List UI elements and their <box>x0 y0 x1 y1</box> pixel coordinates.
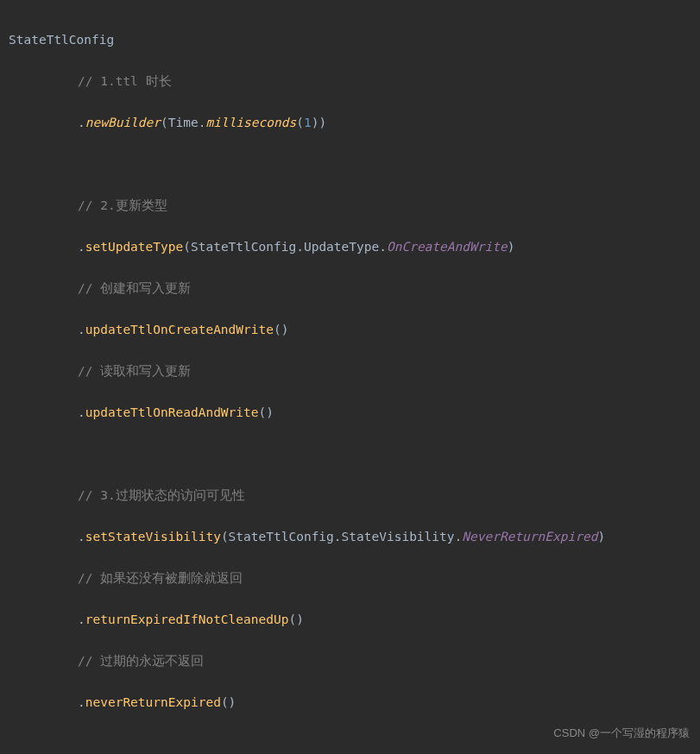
code-line: .returnExpiredIfNotCleanedUp() <box>9 609 700 630</box>
code-line: .setUpdateType(StateTtlConfig.UpdateType… <box>9 236 700 257</box>
code-line: .setStateVisibility(StateTtlConfig.State… <box>9 526 700 547</box>
watermark-text: CSDN @一个写湿的程序猿 <box>553 723 690 744</box>
code-editor[interactable]: StateTtlConfig // 1.ttl 时长 .newBuilder(T… <box>0 9 700 754</box>
code-line: // 过期的永远不返回 <box>9 650 700 671</box>
code-line: .neverReturnExpired() <box>9 692 700 713</box>
code-line <box>9 443 700 464</box>
code-line: // 3.过期状态的访问可见性 <box>9 485 700 506</box>
code-line: // 2.更新类型 <box>9 195 700 216</box>
code-line: // 如果还没有被删除就返回 <box>9 568 700 588</box>
code-line: // 读取和写入更新 <box>9 361 700 381</box>
code-line: // 1.ttl 时长 <box>9 71 700 91</box>
code-line: .newBuilder(Time.milliseconds(1)) <box>9 112 700 133</box>
code-line: // 创建和写入更新 <box>9 278 700 298</box>
code-line: .updateTtlOnReadAndWrite() <box>9 402 700 423</box>
code-line <box>9 154 700 174</box>
code-line: StateTtlConfig <box>9 29 700 50</box>
code-line: .updateTtlOnCreateAndWrite() <box>9 319 700 340</box>
